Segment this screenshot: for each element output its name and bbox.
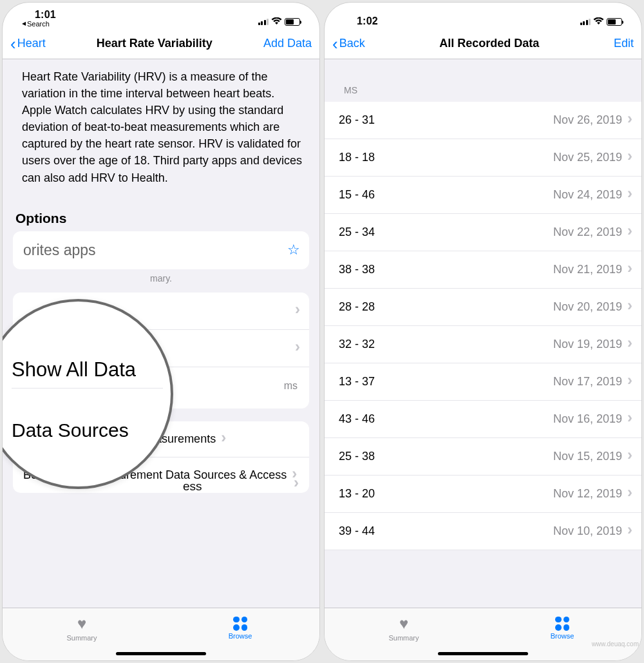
data-value: 38 - 38 — [339, 263, 553, 276]
navbar: ‹ Back All Recorded Data Edit — [325, 28, 641, 59]
data-date: Nov 12, 2019 — [553, 487, 622, 501]
data-row[interactable]: 39 - 44Nov 10, 2019 — [325, 513, 641, 550]
data-value: 13 - 20 — [339, 487, 553, 501]
nav-title: Heart Rate Variability — [97, 37, 213, 50]
home-indicator[interactable] — [438, 652, 528, 655]
phone-right: 1:02 ‹ Back All Recorded Data Edit MS 26… — [324, 2, 642, 661]
statusbar: 1:02 — [325, 3, 641, 28]
data-row[interactable]: 26 - 31Nov 26, 2019 — [325, 102, 641, 139]
content-area: Heart Rate Variability (HRV) is a measur… — [3, 59, 319, 608]
data-date: Nov 16, 2019 — [553, 412, 622, 426]
data-date: Nov 15, 2019 — [553, 450, 622, 463]
status-time: 1:01 — [22, 9, 56, 21]
battery-icon — [285, 18, 300, 26]
grid-icon — [233, 617, 247, 631]
battery-icon — [607, 18, 622, 26]
statusbar: 1:01 Search — [3, 3, 319, 28]
data-value: 32 - 32 — [339, 338, 553, 351]
chevron-right-icon — [627, 115, 632, 126]
tab-summary[interactable]: Summary — [325, 608, 483, 648]
chevron-right-icon — [295, 343, 300, 354]
cellular-icon — [258, 19, 269, 25]
data-date: Nov 20, 2019 — [553, 300, 622, 314]
status-breadcrumb[interactable]: Search — [22, 21, 56, 27]
hrv-description: Heart Rate Variability (HRV) is a measur… — [3, 59, 319, 195]
status-indicators — [258, 17, 301, 27]
chevron-right-icon — [627, 189, 632, 200]
data-row[interactable]: 38 - 38Nov 21, 2019 — [325, 251, 641, 289]
chevron-right-icon — [627, 302, 632, 312]
favorites-row[interactable]: orites apps ☆ — [13, 231, 309, 269]
nav-back-button[interactable]: ‹ Heart — [10, 35, 46, 52]
options-header: Options — [3, 195, 319, 229]
data-date: Nov 19, 2019 — [553, 338, 622, 351]
data-row[interactable]: 43 - 46Nov 16, 2019 — [325, 401, 641, 438]
navbar: ‹ Heart Heart Rate Variability Add Data — [3, 28, 319, 59]
data-date: Nov 21, 2019 — [553, 263, 622, 276]
wifi-icon — [271, 17, 282, 27]
favorites-hint: mary. — [3, 269, 319, 293]
text-fragment: ess — [183, 479, 202, 494]
data-row[interactable]: 25 - 38Nov 15, 2019 — [325, 438, 641, 476]
data-date: Nov 10, 2019 — [553, 524, 622, 538]
chevron-right-icon — [294, 477, 299, 491]
data-list: 26 - 31Nov 26, 201918 - 18Nov 25, 201915… — [325, 102, 641, 550]
edit-button[interactable]: Edit — [614, 37, 634, 50]
list-section-header: MS — [325, 59, 641, 102]
heart-icon — [77, 615, 86, 633]
nav-title: All Recorded Data — [439, 37, 539, 50]
chevron-right-icon — [627, 264, 632, 275]
status-indicators — [580, 17, 623, 27]
chevron-left-icon: ‹ — [10, 35, 16, 52]
phone-left: 1:01 Search ‹ Heart Heart Rate Variabili… — [2, 2, 320, 661]
home-indicator[interactable] — [116, 652, 206, 655]
watermark: www.deuaq.com — [592, 640, 639, 648]
mag-data-sources: Data Sources — [12, 419, 163, 441]
chevron-right-icon — [221, 434, 226, 445]
content-area: MS 26 - 31Nov 26, 201918 - 18Nov 25, 201… — [325, 59, 641, 608]
star-icon: ☆ — [287, 242, 300, 258]
wifi-icon — [593, 17, 604, 27]
data-value: 26 - 31 — [339, 113, 553, 127]
chevron-right-icon — [627, 414, 632, 425]
data-value: 25 - 38 — [339, 450, 553, 463]
data-row[interactable]: 32 - 32Nov 19, 2019 — [325, 326, 641, 363]
chevron-right-icon — [295, 305, 300, 316]
heart-icon — [399, 615, 408, 633]
chevron-right-icon — [627, 152, 632, 163]
data-value: 39 - 44 — [339, 524, 553, 538]
chevron-right-icon — [627, 526, 632, 537]
chevron-right-icon — [627, 339, 632, 350]
data-value: 15 - 46 — [339, 188, 553, 202]
data-date: Nov 25, 2019 — [553, 151, 622, 164]
data-date: Nov 24, 2019 — [553, 188, 622, 202]
data-value: 18 - 18 — [339, 151, 553, 164]
chevron-right-icon — [627, 451, 632, 462]
chevron-right-icon — [627, 488, 632, 499]
chevron-right-icon — [627, 376, 632, 387]
nav-back-button[interactable]: ‹ Back — [332, 35, 365, 52]
tab-summary[interactable]: Summary — [3, 608, 161, 648]
tab-browse[interactable]: Browse — [161, 608, 319, 648]
chevron-right-icon — [627, 227, 632, 238]
data-row[interactable]: 25 - 34Nov 22, 2019 — [325, 214, 641, 251]
data-date: Nov 26, 2019 — [553, 113, 622, 127]
data-value: 28 - 28 — [339, 300, 553, 314]
add-data-button[interactable]: Add Data — [263, 37, 312, 50]
data-row[interactable]: 13 - 37Nov 17, 2019 — [325, 363, 641, 401]
grid-icon — [555, 617, 569, 631]
data-row[interactable]: 28 - 28Nov 20, 2019 — [325, 289, 641, 326]
data-date: Nov 22, 2019 — [553, 226, 622, 239]
data-value: 25 - 34 — [339, 226, 553, 239]
data-date: Nov 17, 2019 — [553, 375, 622, 389]
mag-show-all-data: Show All Data — [12, 358, 163, 381]
data-row[interactable]: 18 - 18Nov 25, 2019 — [325, 139, 641, 177]
data-row[interactable]: 13 - 20Nov 12, 2019 — [325, 476, 641, 513]
chevron-left-icon: ‹ — [332, 35, 338, 52]
cellular-icon — [580, 19, 591, 25]
data-value: 13 - 37 — [339, 375, 553, 389]
status-time: 1:02 — [344, 15, 378, 27]
data-value: 43 - 46 — [339, 412, 553, 426]
data-row[interactable]: 15 - 46Nov 24, 2019 — [325, 177, 641, 214]
